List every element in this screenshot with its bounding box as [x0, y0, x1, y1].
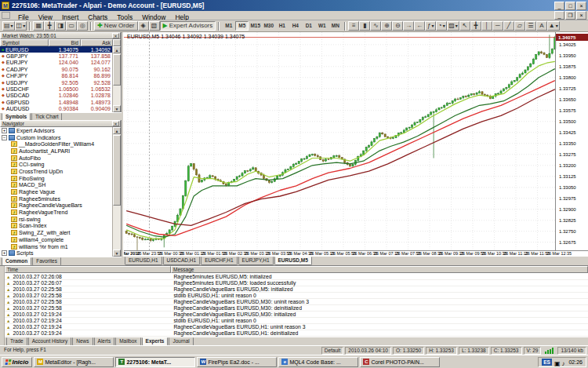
market-watch-row-usdcad[interactable]: ◆USDCAD1.028461.02878 [0, 93, 113, 99]
market-watch-close-icon[interactable]: × [112, 33, 119, 38]
market-watch-row-gbpusd[interactable]: ◆GBPUSD1.489481.48973 [0, 99, 113, 105]
log-row[interactable]: ▲2010.03.27 02:25:58RagheeCandleVagueBar… [5, 305, 588, 312]
log-row[interactable]: ▲2010.03.27 02:26:07Raghee5minutes EURUS… [5, 280, 588, 286]
data-window-icon[interactable]: ╋ [44, 21, 55, 31]
cursor-icon[interactable]: ↖ [459, 21, 470, 31]
log-row[interactable]: ▲2010.03.27 02:19:24RagheeCandleVagueBar… [5, 324, 588, 330]
timeframe-w1[interactable]: W1 [315, 21, 328, 31]
templates-icon[interactable]: ▨▾ [447, 21, 459, 31]
market-watch-row-gbpjpy[interactable]: ◆GBPJPY137.771137.858 [0, 53, 113, 59]
indicator-raghee-vague[interactable]: ƒRaghee Vague [0, 188, 113, 195]
tree-group-custom-indicators[interactable]: −Custom Indicators [0, 134, 113, 141]
column-bid[interactable]: Bid [49, 39, 81, 46]
auto-scroll-icon[interactable]: → [403, 21, 414, 31]
expand-icon[interactable]: + [2, 250, 7, 256]
indicator-ragheevaguetrend[interactable]: ƒRagheeVagueTrend [0, 209, 113, 216]
chart-tab-eurjpy-h1[interactable]: EURJPY,H1 [238, 257, 274, 265]
strategy-tester-icon[interactable]: ◎ [77, 21, 88, 31]
text-label-icon[interactable]: A [536, 21, 547, 31]
new-order-button[interactable]: ✚New Order [94, 21, 137, 31]
column-symbol[interactable]: Symbol [0, 39, 49, 46]
status-profile[interactable]: Default [321, 347, 344, 355]
indicator-scan-index[interactable]: ƒScan-Index [0, 223, 113, 230]
tree-group-expert-advisors[interactable]: +Expert Advisors [0, 127, 113, 134]
log-row[interactable]: ▲2010.03.27 02:19:24RagheeCandleVagueBar… [5, 312, 588, 318]
crosshair-icon[interactable]: ╋ [470, 21, 481, 31]
mdi-close-button[interactable]: × [576, 11, 586, 20]
chart-tab-usdcad-h1[interactable]: USDCAD,H1 [163, 257, 201, 265]
timeframe-m15[interactable]: M15 [249, 21, 262, 31]
minimize-button[interactable]: _ [554, 2, 564, 10]
market-watch-row-usdjpy[interactable]: ◆USDJPY92.50592.528 [0, 79, 113, 86]
zoom-in-icon[interactable]: ⊕ [381, 21, 392, 31]
market-watch-row-audusd[interactable]: ◆AUDUSD0.903840.90409 [0, 106, 113, 112]
chart-tab-eurchf-h1[interactable]: EURCHF,H1 [201, 257, 237, 265]
taskbar-item-mql4-code-base-[interactable]: eMQL4 Code Base: ... [278, 357, 358, 367]
taskbar-item-2275106-metat-[interactable]: T2275106: MetaT... [115, 357, 195, 367]
vertical-line-icon[interactable]: │ [481, 21, 492, 31]
indicator-crosstrend-updn[interactable]: ƒCrossTrend UpDn [0, 168, 113, 175]
timeframe-m5[interactable]: M5 [235, 21, 249, 31]
chart-tab-eurusd-m5[interactable]: EURUSD,M5 [274, 257, 312, 265]
mdi-minimize-button[interactable]: _ [554, 11, 564, 20]
periods-icon[interactable]: ◔▾ [436, 21, 447, 31]
profiles-icon[interactable]: ◫▾ [15, 21, 27, 31]
log-row[interactable]: ▲2010.03.27 02:26:08Raghee5minutes EURUS… [5, 274, 588, 280]
taskbar-item-metaeditor-ragh-[interactable]: MMetaEditor - [Ragh... [34, 357, 114, 367]
tray-icon[interactable]: ♪ [561, 360, 564, 367]
market-watch-row-eurjpy[interactable]: ◆EURJPY124.040124.077 [0, 60, 113, 66]
indicator-autofibo[interactable]: ƒAutoFibo [0, 155, 113, 162]
terminal-icon[interactable]: ▭ [66, 21, 77, 31]
indicator--madrogoldenfilter-william4[interactable]: ƒ__MadroGoldenFilter_William4 [0, 140, 113, 148]
timeframe-m30[interactable]: M30 [262, 21, 275, 31]
fibonacci-icon[interactable]: ☰ [525, 21, 536, 31]
trendline-icon[interactable]: ╱ [503, 21, 514, 31]
horizontal-line-icon[interactable]: ─ [492, 21, 503, 31]
zoom-out-icon[interactable]: ⊖ [392, 21, 403, 31]
indicator-macd-sh[interactable]: ƒMACD_SH [0, 182, 113, 189]
indicator-cci-swing[interactable]: ƒCCI-swing [0, 161, 113, 168]
timeframe-mn[interactable]: MN [328, 21, 342, 31]
metaeditor-icon[interactable]: ◈ [138, 21, 149, 31]
indicator-autochartist-alpari[interactable]: ƒAutochartist_ALPARI [0, 148, 113, 155]
market-watch-icon[interactable]: ▦ [33, 21, 44, 31]
collapse-icon[interactable]: − [2, 135, 7, 140]
line-chart-icon[interactable]: ∿ [370, 21, 381, 31]
bar-chart-icon[interactable]: ≡ [348, 21, 359, 31]
chart-tab-eurusd-h1[interactable]: EURUSD,H1 [125, 257, 162, 265]
log-row[interactable]: ▲2010.03.27 02:19:24RagheeCandleVagueBar… [5, 330, 588, 337]
indicators-icon[interactable]: ƒ▾ [425, 21, 436, 31]
market-watch-row-eurusd[interactable]: ■EURUSD1.340751.34092 [0, 46, 113, 53]
chart-shift-icon[interactable]: ← [414, 21, 425, 31]
timeframe-h1[interactable]: H1 [275, 21, 289, 31]
log-row[interactable]: ▲2010.03.27 02:25:58RagheeCandleVagueBar… [5, 299, 588, 305]
timeframe-d1[interactable]: D1 [302, 21, 315, 31]
indicator-williams-r-from-m1[interactable]: ƒwilliams %r from m1 [0, 243, 113, 250]
taskbar-clock[interactable]: 02:26 [568, 359, 583, 365]
column-message[interactable]: Message [171, 266, 588, 273]
log-row[interactable]: ▲2010.03.27 02:25:58stdlib EURUSD,H1: un… [5, 293, 588, 299]
tray-icon[interactable]: ▣ [554, 360, 561, 367]
indicator-fiboswing[interactable]: ƒFiboSwing [0, 175, 113, 182]
timeframe-h4[interactable]: H4 [289, 21, 302, 31]
log-row[interactable]: ▲2010.03.27 02:19:24stdlib EURUSD,H1: un… [5, 318, 588, 324]
navigator-icon[interactable]: ◨ [55, 21, 66, 31]
indicator-ragheecandlevaguebars[interactable]: ƒRagheeCandleVagueBars [0, 202, 113, 210]
indicator-raghee5minutes[interactable]: ƒRaghee5minutes [0, 195, 113, 202]
candlestick-chart-icon[interactable]: ▮ [359, 21, 370, 31]
arrows-tool-icon[interactable]: ▲▾ [547, 21, 560, 31]
taskbar-item-firepips-ea2-doc-[interactable]: WFirePips Ea2.doc - ... [197, 357, 277, 367]
language-indicator[interactable]: ES [542, 359, 552, 366]
market-watch-row-cadjpy[interactable]: ◆CADJPY90.07590.162 [0, 66, 113, 72]
options-icon[interactable]: ▧ [149, 21, 160, 31]
close-button[interactable]: × [576, 2, 586, 10]
column-ask[interactable]: Ask [81, 39, 113, 46]
expert-advisors-button[interactable]: ▶Expert Advisors [160, 21, 216, 31]
maximize-button[interactable]: □ [565, 2, 575, 10]
navigator-close-icon[interactable]: × [112, 121, 119, 126]
indicator-rsi-swing[interactable]: ƒrsi-swing [0, 216, 113, 223]
taskbar-item-corel-photo-pain-[interactable]: CCorel PHOTO-PAIN... [360, 357, 440, 367]
new-chart-icon[interactable]: ▤▾ [2, 21, 15, 31]
channel-icon[interactable]: ▱ [514, 21, 525, 31]
indicator-swing-zz-with-alert[interactable]: ƒSwing_ZZ_with_alert [0, 229, 113, 236]
